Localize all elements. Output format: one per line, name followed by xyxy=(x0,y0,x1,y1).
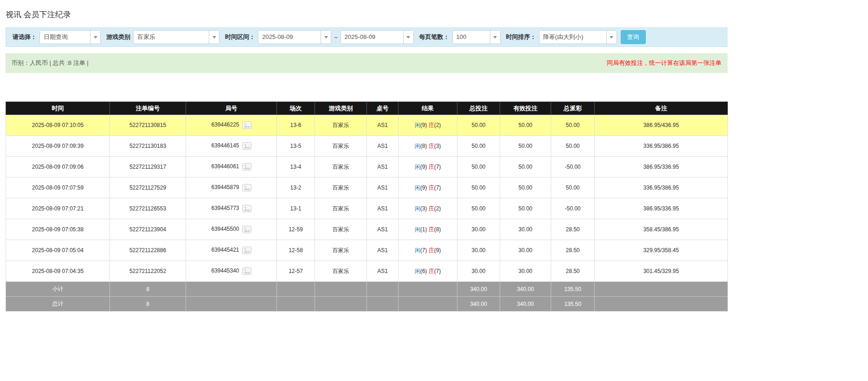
cell-result: 闲(6) 庄(7) xyxy=(399,261,457,282)
round-number: 639445773 xyxy=(211,205,239,211)
cell-round: 639445500 xyxy=(186,219,277,240)
result-player-label: 闲 xyxy=(415,205,420,212)
cell-total-bet[interactable]: 50.00 xyxy=(457,136,500,157)
cell-remark: 301.45/329.95 xyxy=(595,261,728,282)
game-type-value: 百家乐 xyxy=(134,31,209,44)
result-banker-score: (3) xyxy=(434,143,441,149)
cell-game-type: 百家乐 xyxy=(315,240,367,261)
result-player-label: 闲 xyxy=(415,143,420,149)
time-range-label: 时间区间： xyxy=(225,33,255,41)
subtotal-empty xyxy=(399,282,457,297)
cell-total-bet[interactable]: 50.00 xyxy=(457,115,500,136)
table-row: 2025-08-09 07:07:59522721127529639445879… xyxy=(6,178,728,198)
cell-remark: 329.95/358.45 xyxy=(595,240,728,261)
cell-round: 639445879 xyxy=(186,178,277,198)
subtotal-total-bet: 340.00 xyxy=(457,282,500,297)
query-type-select[interactable]: 日期查询 xyxy=(39,30,101,44)
round-detail-icon[interactable] xyxy=(242,205,251,212)
round-detail-icon[interactable] xyxy=(242,267,251,275)
time-sort-caret-button[interactable] xyxy=(606,31,617,44)
game-type-select[interactable]: 百家乐 xyxy=(133,30,219,44)
date-to-value: 2025-08-09 xyxy=(341,31,403,44)
cell-table-no: AS1 xyxy=(367,157,399,178)
cell-table-no: AS1 xyxy=(367,198,399,219)
per-page-caret-button[interactable] xyxy=(490,31,500,44)
table-row: 2025-08-09 07:04:35522721122052639445340… xyxy=(6,261,728,282)
date-to-caret-button[interactable] xyxy=(403,31,413,44)
round-detail-icon[interactable] xyxy=(242,121,251,129)
result-banker-score: (8) xyxy=(434,226,441,233)
date-from-input[interactable]: 2025-08-09 xyxy=(258,30,331,44)
cell-total-bet[interactable]: 30.00 xyxy=(457,219,500,240)
cell-session: 13-1 xyxy=(277,198,315,219)
cell-time: 2025-08-09 07:10:05 xyxy=(6,115,110,136)
cell-bet-id: 522721130815 xyxy=(110,115,186,136)
cell-total-bet[interactable]: 50.00 xyxy=(457,178,500,198)
total-empty xyxy=(399,297,457,311)
subtotal-valid-bet: 340.00 xyxy=(500,282,551,297)
cell-result: 闲(9) 庄(7) xyxy=(399,157,457,178)
cell-remark: 386.95/436.95 xyxy=(595,115,728,136)
round-detail-icon[interactable] xyxy=(242,247,251,254)
cell-game-type: 百家乐 xyxy=(315,198,367,219)
subtotal-row: 小计 8 340.00 340.00 135.50 xyxy=(6,282,728,297)
cell-remark: 386.95/336.95 xyxy=(595,157,728,178)
caret-down-icon xyxy=(610,36,613,38)
caret-down-icon xyxy=(212,36,216,38)
header-result: 结果 xyxy=(399,102,457,115)
round-detail-icon[interactable] xyxy=(242,142,251,150)
cell-total-bet[interactable]: 30.00 xyxy=(457,261,500,282)
header-total-bet: 总投注 xyxy=(457,102,500,115)
table-row: 2025-08-09 07:09:06522721129317639446061… xyxy=(6,157,728,178)
cell-total-bet[interactable]: 30.00 xyxy=(457,240,500,261)
cell-result: 闲(7) 庄(9) xyxy=(399,240,457,261)
per-page-select[interactable]: 100 xyxy=(452,30,501,44)
cell-time: 2025-08-09 07:07:59 xyxy=(6,178,110,198)
select-type-label: 请选择： xyxy=(13,33,37,41)
time-sort-select[interactable]: 降幂(由大到小) xyxy=(539,30,617,44)
query-button[interactable]: 查询 xyxy=(621,30,646,44)
result-player-label: 闲 xyxy=(415,164,420,170)
cell-time: 2025-08-09 07:05:04 xyxy=(6,240,110,261)
table-body: 2025-08-09 07:10:05522721130815639446225… xyxy=(6,115,728,282)
caret-down-icon xyxy=(94,36,97,38)
cell-result: 闲(9) 庄(7) xyxy=(399,178,457,198)
query-type-value: 日期查询 xyxy=(40,31,90,44)
summary-note: 同局有效投注，统一计算在该局第一张注单 xyxy=(607,59,721,67)
cell-payout: -50.00 xyxy=(551,157,595,178)
round-detail-icon[interactable] xyxy=(242,226,251,233)
result-player-label: 闲 xyxy=(415,184,420,191)
subtotal-empty xyxy=(315,282,367,297)
result-banker-score: (2) xyxy=(434,205,441,212)
cell-game-type: 百家乐 xyxy=(315,157,367,178)
cell-session: 12-58 xyxy=(277,240,315,261)
round-detail-icon[interactable] xyxy=(242,184,251,191)
cell-valid-bet: 30.00 xyxy=(500,261,551,282)
date-from-caret-button[interactable] xyxy=(321,31,331,44)
result-banker-label: 庄 xyxy=(429,184,434,191)
game-type-caret-button[interactable] xyxy=(209,31,219,44)
cell-time: 2025-08-09 07:05:38 xyxy=(6,219,110,240)
round-detail-icon[interactable] xyxy=(242,163,251,171)
table-footer: 小计 8 340.00 340.00 135.50 总计 8 xyxy=(6,282,728,311)
cell-session: 13-6 xyxy=(277,115,315,136)
result-player-score: (3) xyxy=(420,205,427,212)
cell-session: 13-2 xyxy=(277,178,315,198)
cell-round: 639446061 xyxy=(186,157,277,178)
cell-valid-bet: 50.00 xyxy=(500,136,551,157)
cell-game-type: 百家乐 xyxy=(315,136,367,157)
round-number: 639446145 xyxy=(211,142,239,149)
result-player-score: (9) xyxy=(420,122,427,128)
cell-total-bet[interactable]: 50.00 xyxy=(457,198,500,219)
cell-total-bet[interactable]: 50.00 xyxy=(457,157,500,178)
cell-valid-bet: 50.00 xyxy=(500,157,551,178)
header-round: 局号 xyxy=(186,102,277,115)
query-type-caret-button[interactable] xyxy=(90,31,100,44)
total-label: 总计 xyxy=(6,297,110,311)
date-to-input[interactable]: 2025-08-09 xyxy=(341,30,414,44)
cell-game-type: 百家乐 xyxy=(315,219,367,240)
subtotal-empty xyxy=(186,282,277,297)
result-player-score: (6) xyxy=(420,268,427,274)
total-empty xyxy=(367,297,399,311)
header-bet-id: 注单编号 xyxy=(110,102,186,115)
